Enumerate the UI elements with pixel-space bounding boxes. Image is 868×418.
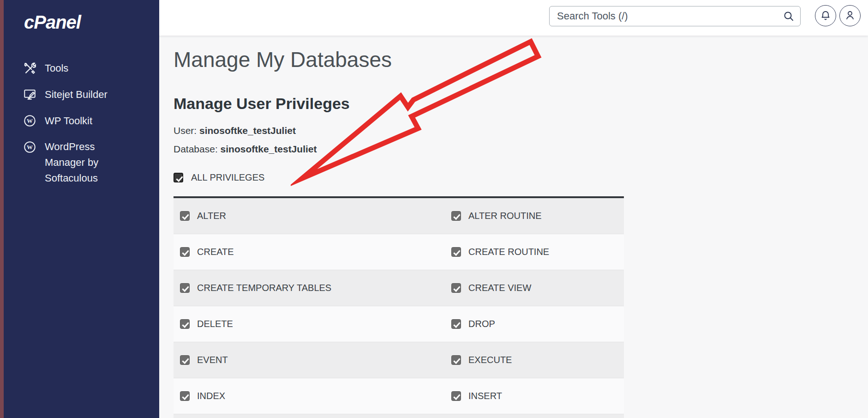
privilege-cell: CREATE VIEW bbox=[451, 283, 531, 293]
privilege-checkbox[interactable] bbox=[180, 319, 190, 329]
svg-text:W: W bbox=[27, 117, 33, 124]
sidebar-item-sitejet-builder[interactable]: Sitejet Builder bbox=[4, 85, 159, 104]
bell-icon bbox=[820, 10, 831, 22]
user-line: User: sinosoftke_testJuliet bbox=[174, 124, 868, 137]
user-value: sinosoftke_testJuliet bbox=[199, 125, 296, 136]
privileges-row: CREATE TEMPORARY TABLES CREATE VIEW bbox=[174, 270, 624, 306]
privilege-label: ALTER ROUTINE bbox=[468, 211, 542, 221]
sidebar-item-wp-toolkit[interactable]: W WP Toolkit bbox=[4, 112, 159, 130]
sidebar-item-label: WP Toolkit bbox=[45, 112, 92, 130]
sidebar-item-label: WordPress Manager by Softaculous bbox=[45, 139, 130, 186]
sidebar-item-label: Sitejet Builder bbox=[45, 85, 108, 103]
privilege-checkbox[interactable] bbox=[451, 283, 461, 293]
database-line: Database: sinosoftke_testJuliet bbox=[174, 143, 868, 155]
privilege-label: INDEX bbox=[197, 391, 225, 401]
user-icon bbox=[844, 10, 856, 22]
all-privileges-row: ALL PRIVILEGES bbox=[174, 172, 868, 183]
privilege-checkbox[interactable] bbox=[180, 355, 190, 365]
privilege-cell: INDEX bbox=[174, 391, 451, 401]
privilege-checkbox[interactable] bbox=[180, 247, 190, 257]
search-box bbox=[549, 6, 801, 26]
privilege-label: DELETE bbox=[197, 319, 233, 329]
sidebar: cPanel Tools bbox=[0, 0, 159, 418]
account-button[interactable] bbox=[839, 5, 861, 26]
all-privileges-checkbox[interactable] bbox=[174, 173, 183, 182]
privilege-cell: EVENT bbox=[174, 355, 451, 365]
privilege-cell: CREATE ROUTINE bbox=[451, 247, 549, 257]
privilege-checkbox[interactable] bbox=[451, 211, 461, 221]
search-icon[interactable] bbox=[783, 11, 794, 22]
page-title: Manage My Databases bbox=[174, 47, 868, 73]
privilege-cell: DROP bbox=[451, 319, 495, 329]
search-input[interactable] bbox=[549, 6, 801, 26]
svg-text:W: W bbox=[27, 144, 33, 151]
privilege-label: EXECUTE bbox=[468, 355, 512, 365]
privilege-checkbox[interactable] bbox=[451, 247, 461, 257]
sidebar-item-wordpress-manager[interactable]: W WordPress Manager by Softaculous bbox=[4, 138, 159, 186]
privileges-row: INDEX INSERT bbox=[174, 378, 624, 414]
privileges-row: ALTER ALTER ROUTINE bbox=[174, 198, 624, 234]
privilege-label: EVENT bbox=[197, 355, 228, 365]
privilege-cell: CREATE TEMPORARY TABLES bbox=[174, 283, 451, 293]
privileges-row: EVENT EXECUTE bbox=[174, 342, 624, 378]
privilege-checkbox[interactable] bbox=[180, 283, 190, 293]
database-label: Database: bbox=[174, 144, 218, 154]
privilege-checkbox[interactable] bbox=[180, 391, 190, 401]
privilege-checkbox[interactable] bbox=[451, 391, 461, 401]
main-content: Manage My Databases Manage User Privileg… bbox=[159, 36, 868, 418]
privilege-cell: CREATE bbox=[174, 247, 451, 257]
privileges-row: DELETE DROP bbox=[174, 306, 624, 342]
privilege-label: CREATE bbox=[197, 247, 234, 257]
user-label: User: bbox=[174, 125, 197, 136]
database-value: sinosoftke_testJuliet bbox=[221, 144, 317, 154]
privilege-label: CREATE VIEW bbox=[468, 283, 531, 293]
cpanel-app: cPanel Tools bbox=[0, 0, 868, 418]
privilege-label: INSERT bbox=[468, 391, 502, 401]
sidebar-item-label: Tools bbox=[45, 59, 68, 77]
privilege-label: DROP bbox=[468, 319, 495, 329]
sidebar-nav: Tools Sitejet Builder W bbox=[4, 59, 159, 186]
wordpress-icon: W bbox=[24, 141, 36, 153]
privilege-label: CREATE TEMPORARY TABLES bbox=[197, 283, 331, 293]
privileges-row: CREATE CREATE ROUTINE bbox=[174, 234, 624, 270]
privilege-cell: DELETE bbox=[174, 319, 451, 329]
section-title: Manage User Privileges bbox=[174, 93, 868, 114]
privilege-checkbox[interactable] bbox=[451, 355, 461, 365]
sidebar-item-tools[interactable]: Tools bbox=[4, 59, 159, 78]
tools-icon bbox=[24, 62, 36, 74]
cpanel-logo[interactable]: cPanel bbox=[24, 12, 159, 33]
privileges-table: ALTER ALTER ROUTINE CREATE CREATE bbox=[174, 196, 624, 418]
sitejet-builder-icon bbox=[24, 88, 36, 101]
privilege-checkbox[interactable] bbox=[180, 211, 190, 221]
topbar bbox=[159, 0, 868, 36]
privilege-checkbox[interactable] bbox=[451, 319, 461, 329]
privilege-cell: ALTER bbox=[174, 211, 451, 221]
privilege-cell: EXECUTE bbox=[451, 355, 512, 365]
privilege-cell: ALTER ROUTINE bbox=[451, 211, 542, 221]
privilege-label: CREATE ROUTINE bbox=[468, 247, 549, 257]
all-privileges-label: ALL PRIVILEGES bbox=[191, 172, 264, 183]
notifications-button[interactable] bbox=[815, 5, 836, 26]
privilege-label: ALTER bbox=[197, 211, 226, 221]
privilege-cell: INSERT bbox=[451, 391, 502, 401]
wordpress-icon: W bbox=[24, 115, 36, 127]
